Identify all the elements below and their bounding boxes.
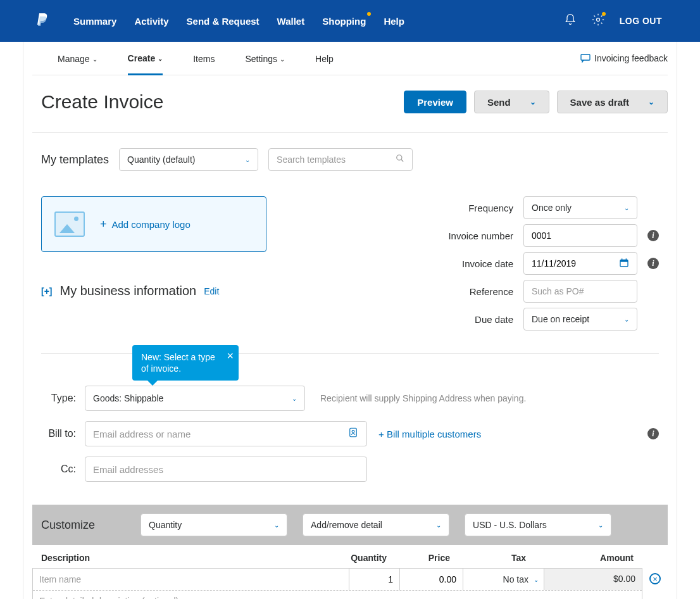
- chevron-down-icon: ⌄: [598, 522, 603, 529]
- info-icon[interactable]: i: [647, 230, 659, 241]
- col-description: Description: [41, 553, 336, 563]
- chevron-down-icon: ⌄: [530, 98, 536, 106]
- item-name-input[interactable]: [33, 569, 349, 590]
- templates-label: My templates: [41, 153, 109, 167]
- reference-label: Reference: [409, 286, 513, 297]
- nav-activity[interactable]: Activity: [134, 16, 168, 27]
- frequency-label: Frequency: [409, 203, 513, 213]
- nav-help[interactable]: Help: [384, 16, 404, 27]
- cc-label: Cc:: [41, 463, 76, 475]
- subnav-help[interactable]: Help: [315, 53, 334, 75]
- send-button[interactable]: Send⌄: [474, 91, 549, 113]
- sub-nav: Manage⌄ Create⌄ Items Settings⌄ Help Inv…: [32, 42, 668, 75]
- save-draft-button[interactable]: Save as draft⌄: [557, 91, 668, 113]
- gear-icon[interactable]: [592, 13, 604, 28]
- chevron-down-icon: ⌄: [292, 395, 297, 402]
- page-title: Create Invoice: [41, 91, 163, 113]
- type-select[interactable]: Goods: Shippable⌄: [85, 386, 305, 411]
- line-item: No tax⌄ $0.00: [32, 568, 642, 599]
- col-quantity: Quantity: [336, 553, 387, 563]
- chevron-down-icon: ⌄: [624, 205, 629, 211]
- paypal-logo: [35, 13, 48, 28]
- svg-point-2: [397, 155, 402, 160]
- subnav-items[interactable]: Items: [193, 53, 215, 75]
- item-qty-input[interactable]: [349, 569, 399, 590]
- expand-biz-button[interactable]: [+]: [41, 286, 53, 296]
- delete-line-button[interactable]: ×: [649, 573, 661, 584]
- frequency-select[interactable]: Once only⌄: [523, 196, 637, 219]
- col-amount: Amount: [526, 553, 634, 563]
- nav-shopping[interactable]: Shopping: [322, 16, 366, 27]
- item-tax-select[interactable]: No tax⌄: [463, 569, 544, 590]
- billto-field[interactable]: [85, 421, 367, 446]
- chevron-down-icon: ⌄: [624, 316, 629, 323]
- chevron-down-icon: ⌄: [245, 156, 250, 163]
- table-header: Description Quantity Price Tax Amount: [32, 545, 668, 568]
- chevron-down-icon: ⌄: [648, 98, 654, 106]
- template-search-input[interactable]: [277, 154, 396, 165]
- item-description-input[interactable]: [33, 590, 642, 599]
- customize-currency-select[interactable]: USD - U.S. Dollars⌄: [465, 514, 611, 536]
- top-nav: Summary Activity Send & Request Wallet S…: [0, 0, 700, 42]
- feedback-link[interactable]: Invoicing feedback: [580, 53, 668, 63]
- close-icon[interactable]: ×: [227, 349, 234, 363]
- template-search[interactable]: [268, 148, 413, 171]
- bell-icon[interactable]: [564, 13, 577, 28]
- customize-bar: Customize Quantity⌄ Add/remove detail⌄ U…: [32, 505, 668, 545]
- info-icon[interactable]: i: [647, 258, 659, 269]
- contact-icon[interactable]: [347, 426, 359, 441]
- due-date-select[interactable]: Due on receipt⌄: [523, 308, 637, 331]
- invoice-date-label: Invoice date: [409, 258, 513, 269]
- chat-icon: [580, 54, 591, 63]
- col-price: Price: [387, 553, 450, 563]
- type-hint: Recipient will supply Shipping Address w…: [320, 393, 526, 403]
- add-logo-box[interactable]: +Add company logo: [41, 196, 266, 252]
- nav-wallet[interactable]: Wallet: [277, 16, 305, 27]
- chevron-down-icon: ⌄: [436, 522, 441, 529]
- svg-point-0: [596, 18, 599, 22]
- chevron-down-icon: ⌄: [534, 576, 539, 583]
- chevron-down-icon: ⌄: [274, 522, 279, 529]
- subnav-manage[interactable]: Manage⌄: [58, 53, 97, 75]
- preview-button[interactable]: Preview: [404, 91, 466, 113]
- col-tax: Tax: [450, 553, 526, 563]
- customize-quantity-select[interactable]: Quantity⌄: [141, 514, 287, 536]
- info-icon[interactable]: i: [647, 428, 659, 439]
- reference-input[interactable]: [532, 286, 629, 296]
- image-placeholder-icon: [54, 211, 85, 237]
- plus-icon: +: [100, 218, 107, 231]
- nav-summary[interactable]: Summary: [73, 16, 116, 27]
- chevron-down-icon: ⌄: [92, 56, 97, 63]
- item-amount: $0.00: [544, 569, 642, 590]
- cc-field[interactable]: [85, 457, 367, 482]
- biz-info-title: My business information: [60, 284, 197, 298]
- chevron-down-icon: ⌄: [158, 55, 163, 62]
- billto-input[interactable]: [93, 429, 347, 439]
- type-tooltip: New: Select a type of invoice. ×: [132, 345, 239, 381]
- bill-multiple-link[interactable]: + Bill multiple customers: [378, 429, 481, 439]
- svg-point-6: [352, 431, 354, 433]
- invoice-number-input[interactable]: [532, 230, 629, 241]
- calendar-icon[interactable]: [619, 258, 629, 270]
- billto-label: Bill to:: [41, 428, 76, 439]
- svg-rect-4: [620, 260, 628, 262]
- invoice-number-label: Invoice number: [409, 230, 513, 241]
- nav-links: Summary Activity Send & Request Wallet S…: [73, 16, 404, 27]
- search-icon: [396, 154, 404, 165]
- template-select[interactable]: Quantity (default)⌄: [119, 148, 258, 171]
- invoice-date-input[interactable]: [532, 258, 619, 268]
- customize-detail-select[interactable]: Add/remove detail⌄: [303, 514, 449, 536]
- type-label: Type:: [41, 393, 76, 404]
- svg-rect-1: [581, 54, 590, 60]
- due-date-label: Due date: [409, 314, 513, 325]
- subnav-settings[interactable]: Settings⌄: [245, 53, 285, 75]
- customize-label: Customize: [41, 519, 95, 532]
- nav-send-request[interactable]: Send & Request: [187, 16, 259, 27]
- item-price-input[interactable]: [400, 569, 463, 590]
- chevron-down-icon: ⌄: [280, 56, 285, 63]
- subnav-create[interactable]: Create⌄: [128, 53, 163, 75]
- logout-link[interactable]: LOG OUT: [620, 16, 662, 26]
- edit-biz-link[interactable]: Edit: [204, 286, 219, 296]
- cc-input[interactable]: [93, 464, 359, 475]
